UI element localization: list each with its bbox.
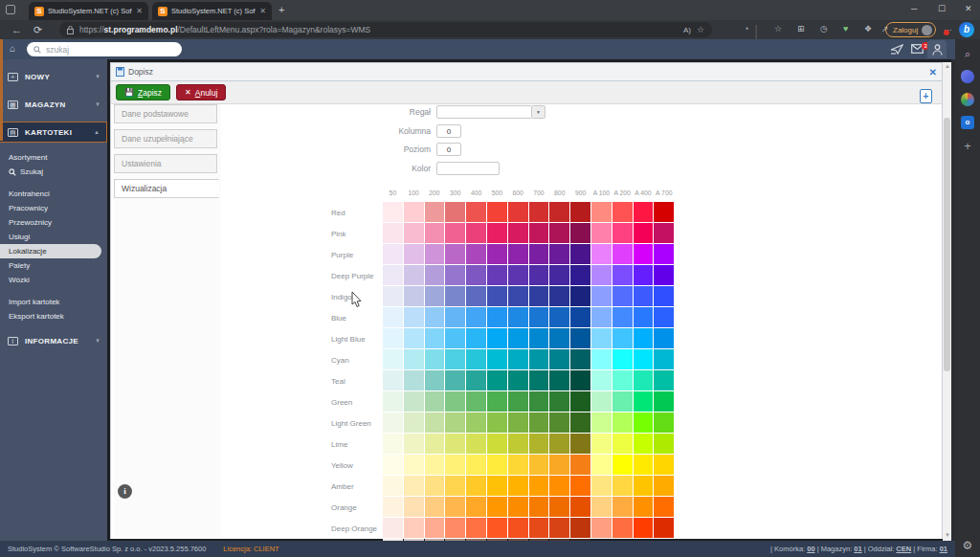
swatch-lime-400[interactable] bbox=[466, 434, 486, 454]
swatch-light-green-200[interactable] bbox=[425, 412, 445, 433]
swatch-deep-purple-600[interactable] bbox=[508, 265, 528, 285]
swatch-amber-100[interactable] bbox=[404, 476, 424, 496]
swatch-light-blue-300[interactable] bbox=[445, 328, 465, 348]
swatch-cyan-A100[interactable] bbox=[591, 349, 612, 369]
swatch-lime-500[interactable] bbox=[487, 434, 507, 454]
swatch-green-800[interactable] bbox=[549, 391, 569, 412]
swatch-yellow-A400[interactable] bbox=[634, 455, 654, 475]
sidebar-settings-gear-icon[interactable]: ⚙ bbox=[957, 539, 978, 552]
sidebar-item-kontrahenci[interactable]: Kontrahenci bbox=[0, 187, 107, 201]
swatch-deep-purple-200[interactable] bbox=[425, 265, 445, 285]
swatch-light-green-A400[interactable] bbox=[634, 412, 654, 433]
swatch-teal-700[interactable] bbox=[529, 370, 549, 390]
swatch-red-300[interactable] bbox=[445, 202, 465, 222]
swatch-cyan-100[interactable] bbox=[404, 349, 424, 369]
swatch-orange-800[interactable] bbox=[549, 497, 569, 517]
swatch-deep-orange-A700[interactable] bbox=[654, 518, 674, 538]
swatch-yellow-A700[interactable] bbox=[654, 455, 674, 475]
swatch-light-blue-700[interactable] bbox=[529, 328, 549, 348]
app-search-input[interactable]: szukaj bbox=[27, 42, 182, 56]
swatch-indigo-200[interactable] bbox=[425, 286, 445, 306]
poziom-input[interactable]: 0 bbox=[436, 143, 461, 156]
copilot-blob-icon[interactable] bbox=[961, 70, 974, 83]
swatch-indigo-400[interactable] bbox=[466, 286, 486, 306]
swatch-light-blue-A200[interactable] bbox=[612, 328, 633, 348]
swatch-amber-A200[interactable] bbox=[612, 476, 633, 496]
swatch-deep-purple-900[interactable] bbox=[570, 265, 590, 285]
swatch-lime-A700[interactable] bbox=[654, 434, 674, 454]
swatch-teal-400[interactable] bbox=[466, 370, 486, 390]
swatch-cyan-50[interactable] bbox=[383, 349, 403, 369]
swatch-green-400[interactable] bbox=[466, 391, 486, 412]
sidebar-section-nowy[interactable]: +NOWY▾ bbox=[0, 66, 107, 87]
swatch-teal-600[interactable] bbox=[508, 370, 528, 390]
swatch-teal-50[interactable] bbox=[383, 370, 403, 390]
swatch-purple-700[interactable] bbox=[529, 244, 549, 264]
swatch-amber-800[interactable] bbox=[549, 476, 569, 496]
microsoft365-icon[interactable] bbox=[961, 93, 974, 106]
collections-icon[interactable]: ⊞ bbox=[797, 24, 805, 33]
browser-essentials-icon[interactable]: ♥ bbox=[843, 24, 848, 33]
swatch-indigo-500[interactable] bbox=[487, 286, 507, 306]
sidebar-item-us-ugi[interactable]: Usługi bbox=[0, 230, 107, 244]
swatch-light-blue-100[interactable] bbox=[404, 328, 424, 348]
swatch-deep-purple-400[interactable] bbox=[466, 265, 486, 285]
swatch-teal-A100[interactable] bbox=[591, 370, 612, 390]
swatch-purple-A700[interactable] bbox=[654, 244, 674, 264]
swatch-cyan-200[interactable] bbox=[425, 349, 445, 369]
swatch-cyan-600[interactable] bbox=[508, 349, 528, 369]
swatch-cyan-A200[interactable] bbox=[612, 349, 633, 369]
swatch-green-A200[interactable] bbox=[612, 391, 633, 412]
swatch-orange-A200[interactable] bbox=[612, 497, 633, 517]
tab-close-icon[interactable]: ✕ bbox=[136, 7, 143, 15]
swatch-pink-500[interactable] bbox=[487, 223, 507, 243]
swatch-orange-200[interactable] bbox=[425, 497, 445, 517]
swatch-light-green-900[interactable] bbox=[570, 412, 590, 433]
swatch-indigo-A200[interactable] bbox=[612, 286, 633, 306]
swatch-orange-500[interactable] bbox=[487, 497, 507, 517]
swatch-deep-orange-400[interactable] bbox=[466, 518, 486, 538]
swatch-lime-50[interactable] bbox=[383, 434, 403, 454]
info-icon[interactable]: i bbox=[118, 484, 132, 499]
swatch-red-50[interactable] bbox=[383, 202, 403, 222]
swatch-purple-600[interactable] bbox=[508, 244, 528, 264]
swatch-green-A100[interactable] bbox=[591, 391, 612, 412]
sidebar-item-pracownicy[interactable]: Pracownicy bbox=[0, 201, 107, 215]
sidebar-section-kartoteki[interactable]: ▤KARTOTEKI▴ bbox=[0, 122, 107, 143]
swatch-blue-400[interactable] bbox=[466, 307, 486, 327]
swatch-light-green-300[interactable] bbox=[445, 412, 465, 433]
window-maximize-button[interactable]: ☐ bbox=[938, 4, 946, 13]
swatch-cyan-A700[interactable] bbox=[654, 349, 674, 369]
swatch-red-700[interactable] bbox=[529, 202, 549, 222]
scroll-down-icon[interactable]: ▼ bbox=[944, 532, 951, 538]
dropdown-arrow-icon[interactable]: ▼ bbox=[532, 105, 546, 119]
favorites-bar-icon[interactable]: ☆ bbox=[774, 24, 782, 33]
swatch-pink-A400[interactable] bbox=[634, 223, 654, 243]
kolor-input[interactable] bbox=[436, 162, 500, 175]
swatch-deep-orange-A100[interactable] bbox=[591, 518, 612, 538]
swatch-lime-800[interactable] bbox=[549, 434, 569, 454]
swatch-blue-A100[interactable] bbox=[591, 307, 612, 327]
swatch-cyan-400[interactable] bbox=[466, 349, 486, 369]
swatch-amber-A400[interactable] bbox=[634, 476, 654, 496]
swatch-cyan-800[interactable] bbox=[549, 349, 569, 369]
swatch-pink-800[interactable] bbox=[549, 223, 569, 243]
swatch-purple-50[interactable] bbox=[383, 244, 403, 264]
swatch-red-A100[interactable] bbox=[591, 202, 612, 222]
swatch-indigo-A400[interactable] bbox=[634, 286, 654, 306]
swatch-purple-100[interactable] bbox=[404, 244, 424, 264]
swatch-cyan-500[interactable] bbox=[487, 349, 507, 369]
swatch-teal-100[interactable] bbox=[404, 370, 424, 390]
swatch-deep-purple-A100[interactable] bbox=[591, 265, 612, 285]
swatch-green-A400[interactable] bbox=[634, 391, 654, 412]
swatch-deep-orange-50[interactable] bbox=[383, 518, 403, 538]
sidebar-item-przewo-nicy[interactable]: Przewoźnicy bbox=[0, 215, 107, 230]
swatch-deep-purple-700[interactable] bbox=[529, 265, 549, 285]
swatch-deep-purple-50[interactable] bbox=[383, 265, 403, 285]
home-icon[interactable]: ⌂ bbox=[10, 43, 15, 54]
kolumna-input[interactable]: 0 bbox=[436, 124, 461, 138]
swatch-light-green-50[interactable] bbox=[383, 412, 403, 433]
swatch-cyan-300[interactable] bbox=[445, 349, 465, 369]
swatch-lime-200[interactable] bbox=[425, 434, 445, 454]
swatch-red-A400[interactable] bbox=[634, 202, 654, 222]
